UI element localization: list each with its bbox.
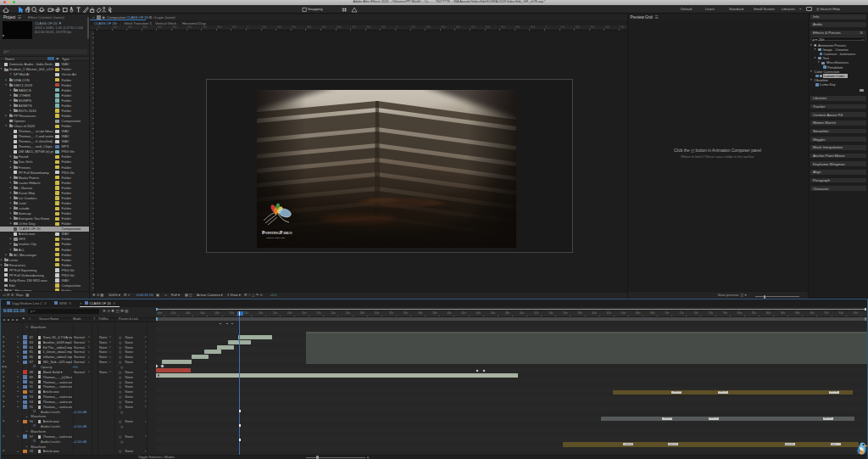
svg-text:Adhesive Soap Zone: Adhesive Soap Zone [265, 237, 286, 239]
svg-text:POINTINGPABLO: POINTINGPABLO [262, 230, 292, 235]
